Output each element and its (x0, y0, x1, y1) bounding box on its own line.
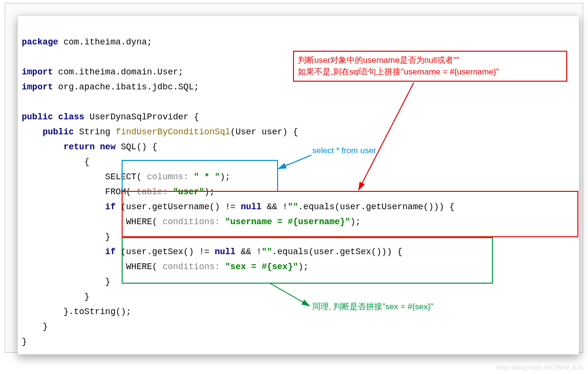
kw-import1: import (22, 67, 53, 77)
kw-public: public (42, 127, 74, 137)
annotation-red-line2: 如果不是,则在sql语句上拼接"username = #{username}" (298, 66, 562, 78)
annotation-blue: select * from user (312, 146, 376, 156)
kw-return-new: return new (63, 142, 115, 152)
class-close: } (22, 337, 27, 346)
pkg-name: com.itheima.dyna; (58, 37, 152, 47)
highlight-red (122, 191, 578, 237)
if2-indent (22, 247, 105, 257)
kw-if2: if (105, 247, 116, 257)
if1-close: } (22, 232, 111, 242)
brace-open: { (22, 157, 89, 167)
class-name: UserDynaSqlProvider { (84, 112, 199, 122)
kw-package: package (22, 37, 58, 47)
code-window: package com.itheima.dyna; import com.ith… (17, 15, 579, 355)
tostring: }.toString(); (22, 307, 131, 316)
annotation-green: 同理, 判断是否拼接"sex = #{sex}" (312, 301, 434, 312)
if2-close: } (22, 277, 111, 287)
watermark: https://blog.csdn.net/ZMW_iOS (496, 364, 583, 371)
import2: org.apache.ibatis.jdbc.SQL; (53, 82, 199, 92)
kw-import2: import (22, 82, 53, 92)
kw-class: public class (22, 112, 84, 122)
from-call: FROM( (22, 187, 131, 197)
annotation-red-line1: 判断user对象中的username是否为null或者"" (298, 55, 562, 66)
highlight-blue (122, 160, 278, 192)
if1-indent (22, 202, 105, 212)
sql-ctor: SQL() { (115, 142, 157, 152)
annotation-red: 判断user对象中的username是否为null或者"" 如果不是,则在sql… (293, 51, 567, 82)
ret-type: String (74, 127, 115, 137)
method-close: } (22, 322, 48, 331)
method-name: findUserByConditionSql (115, 127, 230, 137)
kw-if1: if (105, 202, 116, 212)
inner-brace-close: } (22, 292, 89, 302)
highlight-green (122, 237, 493, 284)
indent (22, 127, 42, 137)
import1: com.itheima.domain.User; (53, 67, 183, 77)
method-params: (User user) { (230, 127, 298, 137)
indent (22, 142, 63, 152)
